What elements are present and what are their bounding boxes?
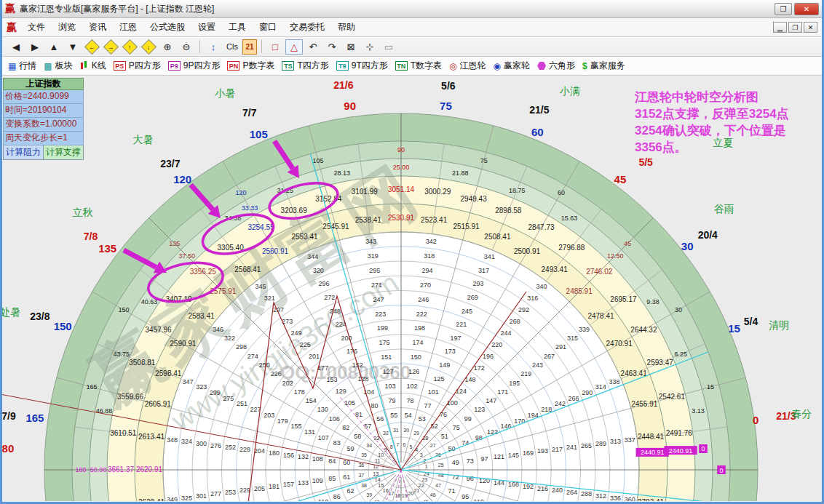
spiral-number: 193 xyxy=(537,447,548,455)
menu-item-5[interactable]: 设置 xyxy=(191,20,222,34)
spiral-number: 174 xyxy=(412,339,423,346)
percent-ring-value: 3.13 xyxy=(692,407,705,415)
p-table-badge-icon: PN xyxy=(227,61,239,71)
spiral-number: 169 xyxy=(523,449,534,457)
menu-item-0[interactable]: 文件 xyxy=(21,20,52,34)
zoom-in-button[interactable]: ⊕ xyxy=(159,39,176,55)
menu-item-1[interactable]: 浏览 xyxy=(52,20,82,34)
spiral-number: 27 xyxy=(430,443,436,448)
price-ring-inner-value: 2485.91 xyxy=(566,287,593,295)
square-tool-button[interactable]: □ xyxy=(266,39,284,55)
time-field[interactable]: 时间=20190104 xyxy=(3,104,84,118)
box-x-button[interactable]: ⊠ xyxy=(342,39,360,55)
spiral-number: 171 xyxy=(497,388,508,396)
spiral-number: 149 xyxy=(439,361,450,369)
spiral-number: 86 xyxy=(333,493,341,500)
spiral-number: 301 xyxy=(196,492,207,500)
fit-center-button[interactable]: ⊹ xyxy=(361,39,379,55)
spiral-number: 343 xyxy=(365,238,376,245)
spiral-number: 268 xyxy=(510,318,520,325)
module-sectors[interactable]: ▩板块 xyxy=(41,58,76,73)
spiral-number: 249 xyxy=(291,329,302,337)
menu-item-8[interactable]: 交易委托 xyxy=(283,20,331,34)
price-ring-outer-value: 3203.69 xyxy=(281,207,308,215)
spiral-number: 319 xyxy=(368,252,379,260)
price-field[interactable]: 价格=2440.9099 xyxy=(3,90,84,104)
module-label: 江恩轮 xyxy=(460,60,486,72)
module-winner-wheel[interactable]: ◉赢家轮 xyxy=(491,58,534,73)
module-quotes[interactable]: ▦行情 xyxy=(5,58,41,73)
price-ring-outer-value: 2491.76 xyxy=(666,429,693,437)
diamond-down-button[interactable]: ↓ xyxy=(140,39,157,55)
price-ring-inner-value: 2568.41 xyxy=(234,265,261,273)
spiral-number: 108 xyxy=(312,455,323,463)
spiral-number: 102 xyxy=(407,383,418,390)
outside-degree-label: 165 xyxy=(25,412,44,424)
menu-item-3[interactable]: 江恩 xyxy=(113,20,143,34)
module-hexagon[interactable]: 六角形 xyxy=(534,58,579,73)
module-kline[interactable]: K线 xyxy=(77,58,111,73)
mdi-restore-button[interactable]: ❐ xyxy=(788,22,802,33)
screen-tool-button[interactable]: ▭ xyxy=(380,39,397,55)
spiral-number: 71 xyxy=(448,487,456,495)
diamond-up-button[interactable]: ↑ xyxy=(121,39,138,55)
rotate-cw-button[interactable]: ↷ xyxy=(323,39,341,55)
module-9t-square[interactable]: T99T四方形 xyxy=(333,58,392,73)
mdi-close-button[interactable]: ✕ xyxy=(804,22,817,33)
spiral-number: 85 xyxy=(328,475,336,482)
module-p-table[interactable]: PNP数字表 xyxy=(224,58,279,73)
percent-ring-value: 40.63 xyxy=(141,298,158,305)
spiral-number: 84 xyxy=(328,457,336,465)
spiral-number: 121 xyxy=(494,453,504,460)
gann-wheel-chart-area[interactable]: 赢家财富网www.yingjia360.comQQ:10080036012345… xyxy=(2,76,822,502)
mdi-minimize-button[interactable]: ▁ xyxy=(773,22,787,33)
module-winner-service[interactable]: $赢家服务 xyxy=(579,58,630,73)
price-ring-outer-value: 3305.40 xyxy=(218,244,245,252)
spiral-number: 221 xyxy=(456,321,467,328)
module-t-square[interactable]: TST四方形 xyxy=(279,58,333,73)
menu-item-4[interactable]: 公式选股 xyxy=(143,20,191,34)
date-label: 5/4 xyxy=(744,316,758,327)
cls-button-button[interactable]: Cls xyxy=(223,39,241,55)
calendar-button[interactable]: 21 xyxy=(242,39,257,55)
module-p-square[interactable]: PSP四方形 xyxy=(111,58,165,73)
spiral-number: 178 xyxy=(294,388,305,396)
spiral-number: 79 xyxy=(389,397,396,404)
zoom-out-button[interactable]: ⊖ xyxy=(178,39,195,55)
module-t-table[interactable]: TNT数字表 xyxy=(392,58,446,73)
module-9p-square[interactable]: P99P四方形 xyxy=(165,58,225,73)
axis-range-button[interactable]: ↕ xyxy=(205,39,222,55)
triangle-tool-button[interactable]: △ xyxy=(285,39,303,55)
diamond-left-button[interactable]: ← xyxy=(83,39,100,55)
spiral-number: 35 xyxy=(361,452,367,457)
spiral-number: 315 xyxy=(567,335,578,342)
price-ring-inner-value: 2553.41 xyxy=(292,233,319,241)
solar-term-label: 立秋 xyxy=(72,207,92,218)
price-ring-outer-value: 2593.47 xyxy=(647,359,674,367)
menu-item-2[interactable]: 资讯 xyxy=(82,20,113,34)
module-gann-wheel[interactable]: ◎江恩轮 xyxy=(446,58,490,73)
calc-resistance-button[interactable]: 计算阻力 xyxy=(3,145,44,160)
spiral-number: 19 xyxy=(402,493,408,498)
step-field[interactable]: 周天变化步长=1 xyxy=(3,132,84,145)
spiral-number: 145 xyxy=(508,452,519,459)
prev-arrow-button[interactable]: ◀ xyxy=(7,39,25,55)
spiral-number: 322 xyxy=(224,335,235,342)
menu-item-9[interactable]: 帮助 xyxy=(331,20,362,34)
rotate-ccw-button[interactable]: ↶ xyxy=(304,39,322,55)
down-triangle-button[interactable]: ▼ xyxy=(64,39,82,55)
percent-ring-value: 9.38 xyxy=(646,298,659,305)
spiral-number: 180 xyxy=(269,449,280,457)
calc-support-button[interactable]: 计算支撑 xyxy=(44,145,84,160)
spiral-number: 276 xyxy=(210,442,221,449)
coefficient-field[interactable]: 变换系数=1.00000 xyxy=(3,118,84,132)
up-triangle-button[interactable]: ▲ xyxy=(45,39,63,55)
menu-item-7[interactable]: 窗口 xyxy=(253,20,283,34)
restore-button[interactable]: ❐ xyxy=(775,3,792,15)
diamond-right-button[interactable]: → xyxy=(102,39,119,55)
menu-item-6[interactable]: 工具 xyxy=(222,20,253,34)
next-arrow-button[interactable]: ▶ xyxy=(26,39,44,55)
spiral-number: 219 xyxy=(520,370,531,377)
close-button[interactable]: ✕ xyxy=(794,3,819,15)
gann-wheel-svg[interactable]: 赢家财富网www.yingjia360.comQQ:10080036012345… xyxy=(2,76,822,501)
